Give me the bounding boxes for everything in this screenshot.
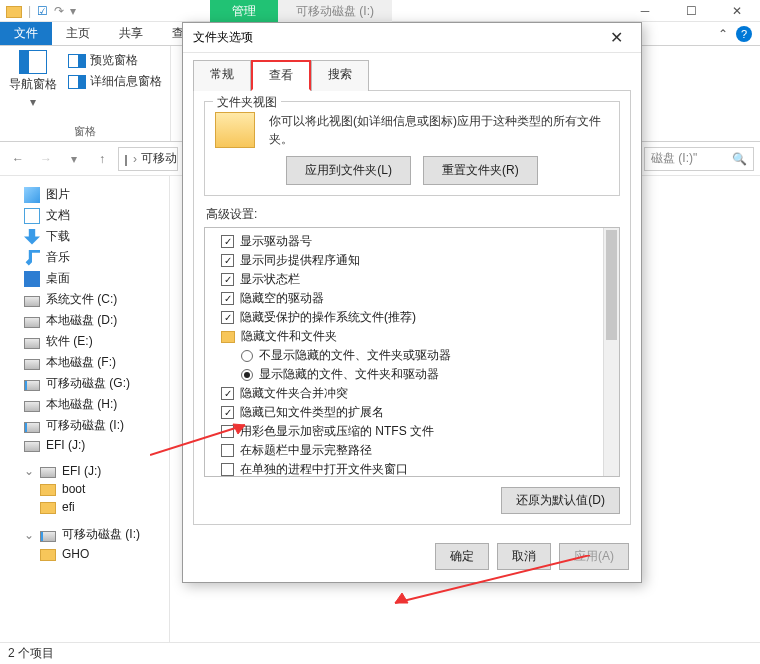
tab-file[interactable]: 文件 [0,22,52,45]
tree-item-label: boot [62,482,85,496]
tree-item[interactable]: 系统文件 (C:) [0,289,169,310]
adv-radio-item[interactable]: 不显示隐藏的文件、文件夹或驱动器 [211,346,601,365]
adv-item-label: 隐藏已知文件类型的扩展名 [240,404,384,421]
apply-button[interactable]: 应用(A) [559,543,629,570]
ribbon-collapse-icon[interactable]: ⌃ [718,27,728,41]
adv-checkbox-item[interactable]: 显示同步提供程序通知 [211,251,601,270]
recent-locations-button[interactable]: ▾ [62,147,86,171]
folder-views-group: 文件夹视图 你可以将此视图(如详细信息或图标)应用于这种类型的所有文件夹。 应用… [204,101,620,196]
folder-views-legend: 文件夹视图 [213,94,281,111]
tree-item[interactable]: 软件 (E:) [0,331,169,352]
back-button[interactable]: ← [6,147,30,171]
tree-item[interactable]: 本地磁盘 (F:) [0,352,169,373]
tree-item[interactable]: ⌄EFI (J:) [0,462,169,480]
dialog-close-button[interactable]: ✕ [601,28,631,47]
radio-icon[interactable] [241,369,253,381]
tab-search[interactable]: 搜索 [311,60,369,91]
qat-check-icon[interactable]: ☑ [37,4,48,18]
preview-pane-toggle[interactable]: 预览窗格 [68,50,162,71]
adv-item-label: 隐藏文件夹合并冲突 [240,385,348,402]
details-pane-toggle[interactable]: 详细信息窗格 [68,71,162,92]
adv-checkbox-item[interactable]: 显示驱动器号 [211,232,601,251]
checkbox-icon[interactable] [221,387,234,400]
up-button[interactable]: ↑ [90,147,114,171]
qat-dropdown-icon[interactable]: ▾ [70,4,76,18]
drive-icon [125,155,127,166]
tree-item[interactable]: 桌面 [0,268,169,289]
tree-item[interactable]: ⌄可移动磁盘 (I:) [0,524,169,545]
checkbox-icon[interactable] [221,463,234,476]
adv-checkbox-item[interactable]: 在标题栏中显示完整路径 [211,441,601,460]
adv-checkbox-item[interactable]: 用彩色显示加密或压缩的 NTFS 文件 [211,422,601,441]
adv-checkbox-item[interactable]: 隐藏已知文件类型的扩展名 [211,403,601,422]
tree-item[interactable]: 可移动磁盘 (I:) [0,415,169,436]
tab-general[interactable]: 常规 [193,60,251,91]
ok-button[interactable]: 确定 [435,543,489,570]
tree-item[interactable]: GHO [0,545,169,563]
adv-checkbox-item[interactable]: 显示状态栏 [211,270,601,289]
adv-item-label: 隐藏空的驱动器 [240,290,324,307]
tree-item[interactable]: 图片 [0,184,169,205]
doc-icon [24,208,40,224]
cancel-button[interactable]: 取消 [497,543,551,570]
desk-icon [24,271,40,287]
tree-item-label: 图片 [46,186,70,203]
tree-item-label: 系统文件 (C:) [46,291,117,308]
preview-pane-label: 预览窗格 [90,52,138,69]
help-icon[interactable]: ? [736,26,752,42]
close-button[interactable]: ✕ [714,0,760,22]
tree-item-label: 可移动磁盘 (I:) [62,526,140,543]
apply-to-folders-button[interactable]: 应用到文件夹(L) [286,156,411,185]
forward-button[interactable]: → [34,147,58,171]
checkbox-icon[interactable] [221,273,234,286]
adv-checkbox-item[interactable]: 在单独的进程中打开文件夹窗口 [211,460,601,477]
context-tab-drive: 可移动磁盘 (I:) [278,0,392,22]
adv-checkbox-item[interactable]: 隐藏受保护的操作系统文件(推荐) [211,308,601,327]
checkbox-icon[interactable] [221,425,234,438]
tree-item-label: EFI (J:) [46,438,85,452]
scrollbar-thumb[interactable] [606,230,617,340]
minimize-button[interactable]: ─ [622,0,668,22]
advanced-settings-list[interactable]: 显示驱动器号显示同步提供程序通知显示状态栏隐藏空的驱动器隐藏受保护的操作系统文件… [204,227,620,477]
nav-pane-button[interactable]: 导航窗格 ▾ [8,50,58,109]
tree-item[interactable]: 文档 [0,205,169,226]
dialog-title: 文件夹选项 [193,29,253,46]
tree-item[interactable]: EFI (J:) [0,436,169,454]
checkbox-icon[interactable] [221,444,234,457]
qat-redo-icon[interactable]: ↷ [54,4,64,18]
adv-checkbox-item[interactable]: 隐藏文件夹合并冲突 [211,384,601,403]
reset-folders-button[interactable]: 重置文件夹(R) [423,156,538,185]
radio-icon[interactable] [241,350,253,362]
adv-item-label: 显示同步提供程序通知 [240,252,360,269]
tree-item[interactable]: 音乐 [0,247,169,268]
adv-radio-item[interactable]: 显示隐藏的文件、文件夹和驱动器 [211,365,601,384]
tab-view[interactable]: 查看 [251,60,311,91]
music-icon [24,250,40,266]
checkbox-icon[interactable] [221,311,234,324]
tree-item[interactable]: 本地磁盘 (H:) [0,394,169,415]
search-box[interactable]: 磁盘 (I:)" 🔍 [644,147,754,171]
tree-item[interactable]: 下载 [0,226,169,247]
restore-defaults-button[interactable]: 还原为默认值(D) [501,487,620,514]
context-tab-manage[interactable]: 管理 [210,0,278,22]
tree-item[interactable]: 本地磁盘 (D:) [0,310,169,331]
tree-item[interactable]: efi [0,498,169,516]
checkbox-icon[interactable] [221,406,234,419]
tree-item[interactable]: 可移动磁盘 (G:) [0,373,169,394]
checkbox-icon[interactable] [221,254,234,267]
drive-icon [24,359,40,370]
tree-item-label: 音乐 [46,249,70,266]
checkbox-icon[interactable] [221,235,234,248]
scrollbar[interactable] [603,228,619,476]
tree-item[interactable]: boot [0,480,169,498]
checkbox-icon[interactable] [221,292,234,305]
tree-item-label: 可移动磁盘 (I:) [46,417,124,434]
tab-home[interactable]: 主页 [52,22,105,45]
maximize-button[interactable]: ☐ [668,0,714,22]
tab-share[interactable]: 共享 [105,22,158,45]
dialog-tabs: 常规 查看 搜索 [183,53,641,90]
tree-item-label: 下载 [46,228,70,245]
nav-tree[interactable]: 图片文档下载音乐桌面系统文件 (C:)本地磁盘 (D:)软件 (E:)本地磁盘 … [0,176,170,642]
adv-checkbox-item[interactable]: 隐藏空的驱动器 [211,289,601,308]
address-bar[interactable]: › 可移动… [118,147,178,171]
